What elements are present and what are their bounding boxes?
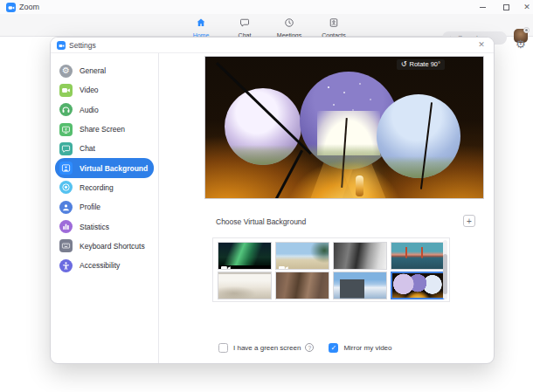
chat-bubble-icon <box>59 142 73 155</box>
mirror-video-checkbox[interactable]: ✓ <box>329 343 338 353</box>
main-navbar: Home Chat Meetings Contacts Search <box>0 14 533 37</box>
zoom-logo-icon <box>6 3 16 12</box>
tab-contacts[interactable]: Contacts <box>315 16 353 36</box>
gear-icon: ⚙ <box>59 65 73 78</box>
presence-badge <box>523 27 530 33</box>
meetings-icon <box>284 16 294 31</box>
zoom-logo-icon-small <box>57 41 66 50</box>
thumbnail-northern-lights[interactable] <box>218 242 272 270</box>
choose-virtual-background-label: Choose Virtual Background <box>216 217 306 226</box>
rotate-icon: ↺ <box>401 61 407 68</box>
thumbnail-gray-blur[interactable] <box>333 242 387 270</box>
virtual-background-icon <box>59 162 73 175</box>
green-screen-label[interactable]: I have a green screen <box>233 344 301 352</box>
sidebar-item-profile[interactable]: Profile <box>55 197 154 217</box>
rotate-90-button[interactable]: ↺ Rotate 90° <box>397 59 445 70</box>
accessibility-icon <box>59 259 73 272</box>
mirror-video-label[interactable]: Mirror my video <box>343 344 391 352</box>
home-icon <box>196 16 206 31</box>
settings-dialog-title: Settings <box>69 41 96 50</box>
stage-figure <box>356 175 363 196</box>
tab-meetings[interactable]: Meetings <box>270 16 308 36</box>
bar-chart-icon <box>59 220 73 233</box>
headset-icon <box>59 103 73 116</box>
help-question-icon[interactable]: ? <box>305 343 314 352</box>
thumbnail-concert-circles-selected[interactable] <box>391 272 445 299</box>
settings-dialog-titlebar: Settings ✕ <box>51 38 494 53</box>
settings-gear-icon[interactable]: ⚙ <box>516 38 526 51</box>
window-titlebar: Zoom ✕ <box>0 0 533 14</box>
add-background-button[interactable]: + <box>463 215 475 227</box>
keyboard-icon <box>59 239 73 252</box>
thumbnail-beach-palm[interactable] <box>275 242 329 270</box>
settings-dialog: Settings ✕ ⚙ General Video Audio <box>50 37 495 364</box>
sidebar-item-chat[interactable]: Chat <box>55 139 154 158</box>
video-camera-badge-icon <box>279 259 288 266</box>
maximize-button[interactable] <box>498 2 514 12</box>
tab-chat[interactable]: Chat <box>225 16 264 36</box>
share-screen-icon <box>59 123 73 136</box>
sidebar-item-audio[interactable]: Audio <box>55 100 154 120</box>
sidebar-item-keyboard-shortcuts[interactable]: Keyboard Shortcuts <box>55 237 154 256</box>
contacts-icon <box>329 16 339 31</box>
thumbnail-library-shelves[interactable] <box>275 272 329 299</box>
sidebar-item-video[interactable]: Video <box>55 80 154 100</box>
close-window-button[interactable]: ✕ <box>519 2 533 12</box>
record-icon <box>59 181 73 194</box>
minimize-button[interactable] <box>474 2 490 12</box>
sidebar-item-share-screen[interactable]: Share Screen <box>55 120 154 139</box>
sidebar-item-statistics[interactable]: Statistics <box>55 217 154 236</box>
sidebar-item-virtual-background[interactable]: Virtual Background <box>55 158 154 177</box>
virtual-background-preview: ↺ Rotate 90° <box>204 56 484 199</box>
sidebar-item-accessibility[interactable]: Accessibility <box>55 256 154 275</box>
settings-close-button[interactable]: ✕ <box>475 40 488 51</box>
zoom-app-window: Zoom ✕ Home Chat Meetings <box>0 0 533 392</box>
green-screen-checkbox[interactable] <box>218 343 228 353</box>
background-thumbnails-grid <box>212 237 450 302</box>
background-options-row: I have a green screen ? ✓ Mirror my vide… <box>218 341 392 354</box>
sidebar-item-general[interactable]: ⚙ General <box>55 61 154 80</box>
thumbnail-golden-gate-bridge[interactable] <box>391 242 445 270</box>
video-camera-icon <box>59 84 73 97</box>
tab-home[interactable]: Home <box>182 16 220 36</box>
video-camera-badge-icon <box>221 259 231 266</box>
sidebar-item-recording[interactable]: Recording <box>55 178 154 197</box>
chat-icon <box>239 16 250 31</box>
thumbnail-modern-interior[interactable] <box>218 272 272 299</box>
thumbnail-castle[interactable] <box>333 272 387 299</box>
settings-sidebar: ⚙ General Video Audio Share Screen <box>51 53 159 364</box>
grid-scrollbar <box>443 240 447 299</box>
window-title: Zoom <box>19 3 39 11</box>
person-icon <box>59 201 73 214</box>
grid-scrollbar-thumb[interactable] <box>443 254 447 294</box>
